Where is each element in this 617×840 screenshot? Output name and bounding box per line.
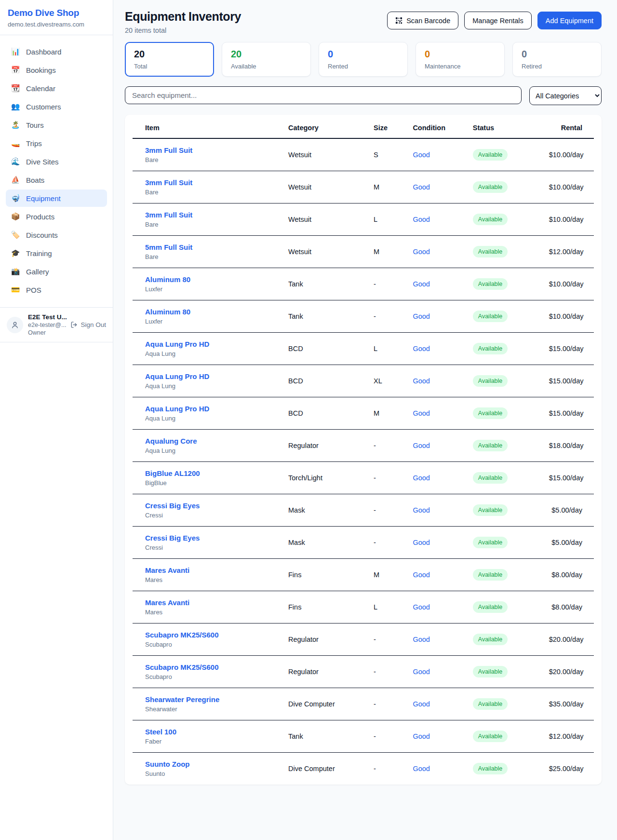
sidebar-item-training[interactable]: 🎓 Training — [6, 244, 107, 262]
header-actions: Scan Barcode Manage Rentals Add Equipmen… — [387, 10, 602, 29]
item-name-link[interactable]: Aqualung Core — [145, 437, 277, 445]
table-row[interactable]: Aluminum 80 Luxfer Tank - Good Available… — [133, 268, 594, 300]
manage-rentals-button[interactable]: Manage Rentals — [464, 12, 532, 29]
table-row[interactable]: 5mm Full Suit Bare Wetsuit M Good Availa… — [133, 236, 594, 268]
sidebar-item-customers[interactable]: 👥 Customers — [6, 98, 107, 115]
table-row[interactable]: 3mm Full Suit Bare Wetsuit L Good Availa… — [133, 203, 594, 236]
item-brand: Shearwater — [145, 705, 277, 713]
item-condition-link[interactable]: Good — [413, 539, 429, 546]
item-condition-link[interactable]: Good — [413, 732, 429, 740]
item-condition-link[interactable]: Good — [413, 183, 429, 191]
item-condition-link[interactable]: Good — [413, 248, 429, 256]
item-rental-rate: $10.00/day — [543, 138, 594, 171]
item-name-link[interactable]: Shearwater Peregrine — [145, 695, 277, 704]
item-condition-link[interactable]: Good — [413, 280, 429, 288]
sidebar-item-products[interactable]: 📦 Products — [6, 208, 107, 225]
item-condition-link[interactable]: Good — [413, 474, 429, 482]
user-section: E2E Test U... e2e-tester@... Owner Sign … — [0, 307, 113, 342]
item-name-link[interactable]: Aqua Lung Pro HD — [145, 405, 277, 413]
item-name-link[interactable]: Cressi Big Eyes — [145, 534, 277, 542]
item-brand: Luxfer — [145, 318, 277, 325]
item-name-link[interactable]: Aluminum 80 — [145, 275, 277, 284]
sidebar-item-dive-sites[interactable]: 🌊 Dive Sites — [6, 153, 107, 170]
table-row[interactable]: Aluminum 80 Luxfer Tank - Good Available… — [133, 300, 594, 333]
item-condition-link[interactable]: Good — [413, 151, 429, 159]
sidebar-item-label: Equipment — [26, 194, 61, 203]
item-name-link[interactable]: Scubapro MK25/S600 — [145, 631, 277, 639]
item-name-link[interactable]: 3mm Full Suit — [145, 146, 277, 154]
status-badge: Available — [473, 440, 508, 451]
item-condition-link[interactable]: Good — [413, 571, 429, 579]
stat-card-available[interactable]: 20 Available — [222, 42, 311, 77]
stat-card-maintenance[interactable]: 0 Maintenance — [416, 42, 505, 77]
item-condition-link[interactable]: Good — [413, 668, 429, 676]
item-name-link[interactable]: Suunto Zoop — [145, 760, 277, 768]
search-input[interactable] — [125, 86, 522, 104]
item-condition-link[interactable]: Good — [413, 409, 429, 417]
table-row[interactable]: Mares Avanti Mares Fins L Good Available… — [133, 591, 594, 623]
table-row[interactable]: BigBlue AL1200 BigBlue Torch/Light - Goo… — [133, 462, 594, 494]
sidebar-item-trips[interactable]: 🚤 Trips — [6, 135, 107, 152]
item-condition-link[interactable]: Good — [413, 700, 429, 708]
sidebar-item-tours[interactable]: 🏝️ Tours — [6, 116, 107, 134]
item-condition-link[interactable]: Good — [413, 216, 429, 223]
table-row[interactable]: Suunto Zoop Suunto Dive Computer - Good … — [133, 753, 594, 785]
category-select[interactable]: All Categories — [529, 86, 602, 105]
stat-card-retired[interactable]: 0 Retired — [512, 42, 602, 77]
table-row[interactable]: Mares Avanti Mares Fins M Good Available… — [133, 559, 594, 591]
item-condition-link[interactable]: Good — [413, 377, 429, 385]
sidebar-item-boats[interactable]: ⛵ Boats — [6, 171, 107, 189]
item-name-link[interactable]: Aluminum 80 — [145, 308, 277, 316]
table-header: Item Category Size Condition Status Rent… — [133, 117, 594, 138]
sidebar-item-calendar[interactable]: 📆 Calendar — [6, 80, 107, 97]
item-condition-link[interactable]: Good — [413, 312, 429, 320]
table-row[interactable]: Steel 100 Faber Tank - Good Available $1… — [133, 720, 594, 753]
item-condition-link[interactable]: Good — [413, 765, 429, 772]
sidebar-item-dashboard[interactable]: 📊 Dashboard — [6, 43, 107, 60]
table-row[interactable]: Scubapro MK25/S600 Scubapro Regulator - … — [133, 656, 594, 688]
stat-card-rented[interactable]: 0 Rented — [319, 42, 408, 77]
item-name-link[interactable]: Steel 100 — [145, 728, 277, 736]
table-row[interactable]: Aqua Lung Pro HD Aqua Lung BCD L Good Av… — [133, 333, 594, 365]
sidebar-item-label: Products — [26, 213, 54, 221]
sidebar-item-discounts[interactable]: 🏷️ Discounts — [6, 226, 107, 244]
item-name-link[interactable]: 3mm Full Suit — [145, 178, 277, 187]
item-brand: Faber — [145, 738, 277, 745]
sign-out-button[interactable]: Sign Out — [70, 321, 106, 328]
sidebar-item-gallery[interactable]: 📸 Gallery — [6, 263, 107, 280]
sidebar-item-bookings[interactable]: 📅 Bookings — [6, 61, 107, 79]
item-name-link[interactable]: Mares Avanti — [145, 566, 277, 574]
sidebar-item-equipment[interactable]: 🤿 Equipment — [6, 190, 107, 207]
stat-card-total[interactable]: 20 Total — [125, 42, 214, 77]
item-name-link[interactable]: Cressi Big Eyes — [145, 501, 277, 510]
table-row[interactable]: Cressi Big Eyes Cressi Mask - Good Avail… — [133, 527, 594, 559]
item-condition-link[interactable]: Good — [413, 636, 429, 643]
item-name-link[interactable]: 3mm Full Suit — [145, 211, 277, 219]
table-row[interactable]: 3mm Full Suit Bare Wetsuit M Good Availa… — [133, 171, 594, 203]
item-brand: Bare — [145, 253, 277, 260]
item-category: BCD — [282, 397, 368, 430]
item-condition-link[interactable]: Good — [413, 603, 429, 611]
item-size: - — [368, 753, 407, 785]
column-header-category: Category — [282, 117, 368, 138]
item-name-link[interactable]: 5mm Full Suit — [145, 243, 277, 251]
scan-barcode-button[interactable]: Scan Barcode — [387, 12, 458, 29]
table-row[interactable]: Cressi Big Eyes Cressi Mask - Good Avail… — [133, 494, 594, 527]
table-row[interactable]: Aqualung Core Aqua Lung Regulator - Good… — [133, 430, 594, 462]
sidebar-item-pos[interactable]: 💳 POS — [6, 281, 107, 298]
item-condition-link[interactable]: Good — [413, 506, 429, 514]
status-badge: Available — [473, 601, 508, 613]
add-equipment-button[interactable]: Add Equipment — [537, 12, 602, 29]
table-row[interactable]: Shearwater Peregrine Shearwater Dive Com… — [133, 688, 594, 720]
table-row[interactable]: Scubapro MK25/S600 Scubapro Regulator - … — [133, 623, 594, 656]
item-name-link[interactable]: BigBlue AL1200 — [145, 469, 277, 477]
item-name-link[interactable]: Aqua Lung Pro HD — [145, 340, 277, 348]
table-row[interactable]: Aqua Lung Pro HD Aqua Lung BCD XL Good A… — [133, 365, 594, 397]
item-name-link[interactable]: Mares Avanti — [145, 598, 277, 607]
item-name-link[interactable]: Scubapro MK25/S600 — [145, 663, 277, 671]
item-condition-link[interactable]: Good — [413, 442, 429, 449]
item-name-link[interactable]: Aqua Lung Pro HD — [145, 372, 277, 380]
item-condition-link[interactable]: Good — [413, 345, 429, 352]
table-row[interactable]: 3mm Full Suit Bare Wetsuit S Good Availa… — [133, 138, 594, 171]
table-row[interactable]: Aqua Lung Pro HD Aqua Lung BCD M Good Av… — [133, 397, 594, 430]
